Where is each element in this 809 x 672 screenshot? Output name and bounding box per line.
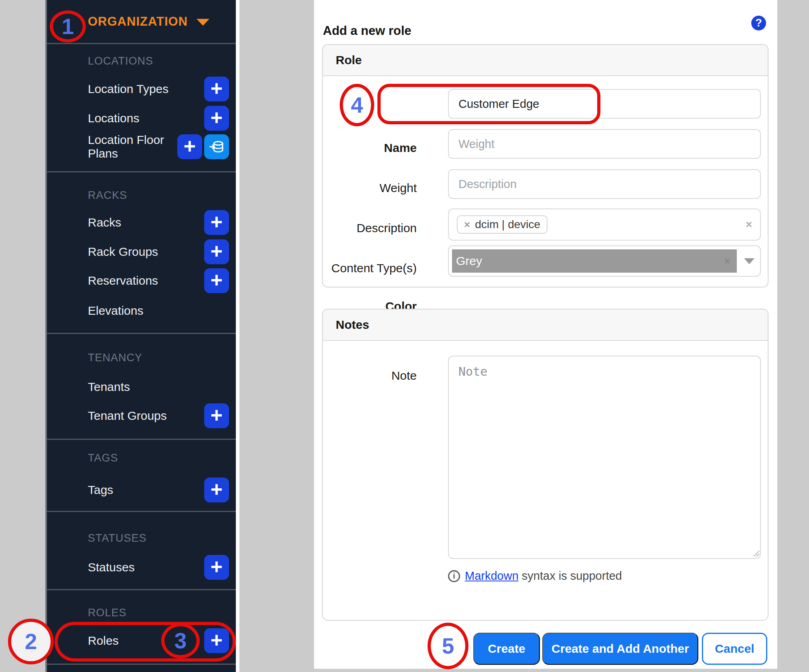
sidebar-item-elevations[interactable]: Elevations (88, 298, 229, 324)
name-label: Name (326, 141, 417, 155)
sidebar-item-statuses[interactable]: Statuses + (88, 554, 229, 581)
add-icon[interactable]: + (177, 134, 202, 159)
description-input[interactable] (448, 169, 761, 199)
sidebar-item-label[interactable]: Statuses (88, 561, 135, 574)
content-type-tag-label: dcim | device (475, 218, 540, 231)
description-label: Description (326, 221, 417, 235)
add-icon[interactable]: + (204, 77, 229, 101)
clear-selection-icon[interactable]: × (746, 219, 752, 231)
annotation-step-2: 2 (8, 619, 54, 664)
sidebar-item-location-floor-plans[interactable]: Location Floor Plans + (88, 134, 229, 160)
section-label-racks: RACKS (88, 189, 127, 202)
content-types-label: Content Type(s) (326, 261, 417, 275)
note-textarea[interactable] (448, 356, 761, 559)
sidebar-item-label[interactable]: Reservations (88, 274, 158, 287)
chevron-down-icon (197, 19, 209, 26)
sidebar-item-rack-groups[interactable]: Rack Groups + (88, 239, 229, 265)
sidebar-item-label[interactable]: Racks (88, 216, 121, 229)
color-select[interactable]: Grey × (448, 245, 761, 277)
sidebar-item-locations[interactable]: Locations + (88, 105, 229, 132)
markdown-hint: i Markdown syntax is supported (448, 569, 622, 583)
add-icon[interactable]: + (204, 239, 229, 264)
sidebar-item-location-types[interactable]: Location Types + (88, 76, 229, 102)
markdown-link[interactable]: Markdown (465, 569, 519, 582)
sidebar-item-label[interactable]: Tags (88, 483, 113, 497)
annotation-rect-roles (55, 622, 236, 662)
annotation-step-4: 4 (340, 84, 374, 126)
resize-handle[interactable] (751, 549, 760, 557)
sidebar-item-label[interactable]: Elevations (88, 304, 143, 318)
annotation-step-5: 5 (428, 623, 468, 669)
notes-card: Notes Note i Markdown syntax is supporte… (322, 309, 768, 621)
annotation-rect-name-field (377, 84, 600, 124)
add-icon[interactable]: + (204, 555, 229, 580)
section-label-locations: LOCATIONS (88, 55, 153, 67)
section-label-tenancy: TENANCY (88, 352, 142, 364)
color-selected-label: Grey (456, 254, 482, 268)
content-type-tag[interactable]: × dcim | device (457, 215, 547, 234)
section-label-statuses: STATUSES (88, 532, 147, 544)
weight-input[interactable] (448, 129, 761, 159)
sidebar-item-tags[interactable]: Tags + (88, 477, 229, 503)
page-title: Add a new role (323, 24, 411, 38)
info-icon: i (448, 570, 460, 582)
sidebar-item-reservations[interactable]: Reservations + (88, 267, 229, 294)
role-card: Role Name Weight Description Content Typ… (322, 44, 768, 287)
sidebar-item-label[interactable]: Tenant Groups (88, 409, 167, 423)
add-icon[interactable]: + (204, 478, 229, 502)
section-label-tags: TAGS (88, 452, 118, 464)
remove-tag-icon[interactable]: × (464, 219, 470, 231)
note-label: Note (326, 369, 417, 383)
cancel-button[interactable]: Cancel (702, 633, 767, 665)
add-icon[interactable]: + (204, 403, 229, 428)
section-label-roles: ROLES (88, 607, 127, 619)
dropdown-caret-icon (744, 258, 754, 264)
create-and-add-another-button[interactable]: Create and Add Another (542, 633, 698, 665)
markdown-hint-text: syntax is supported (522, 569, 622, 582)
color-selected-option[interactable]: Grey × (452, 249, 737, 273)
sidebar-item-label[interactable]: Location Floor Plans (88, 133, 177, 160)
screenshot-canvas: ORGANIZATION LOCATIONS Location Types + … (0, 0, 809, 672)
add-icon[interactable]: + (204, 268, 229, 293)
sidebar-item-label[interactable]: Locations (88, 111, 139, 125)
sidebar-item-label[interactable]: Rack Groups (88, 245, 158, 259)
sidebar-item-label[interactable]: Tenants (88, 380, 130, 394)
import-icon[interactable] (204, 134, 229, 159)
add-icon[interactable]: + (204, 106, 229, 131)
sidebar-item-tenant-groups[interactable]: Tenant Groups + (88, 403, 229, 429)
sidebar-item-racks[interactable]: Racks + (88, 209, 229, 236)
clear-color-icon[interactable]: × (724, 255, 730, 267)
notes-card-title: Notes (323, 310, 768, 341)
annotation-step-3: 3 (161, 623, 200, 658)
add-icon[interactable]: + (204, 210, 229, 235)
content-types-select[interactable]: × dcim | device × (448, 208, 761, 241)
sidebar-item-tenants[interactable]: Tenants (88, 374, 229, 400)
sidebar-item-label[interactable]: Location Types (88, 82, 168, 96)
annotation-step-1: 1 (50, 10, 86, 43)
organization-menu-label[interactable]: ORGANIZATION (88, 14, 188, 29)
role-card-title: Role (323, 45, 768, 76)
organization-sidebar: ORGANIZATION LOCATIONS Location Types + … (45, 0, 239, 672)
weight-label: Weight (326, 181, 417, 195)
help-icon[interactable]: ? (751, 16, 766, 30)
create-button[interactable]: Create (473, 633, 540, 665)
